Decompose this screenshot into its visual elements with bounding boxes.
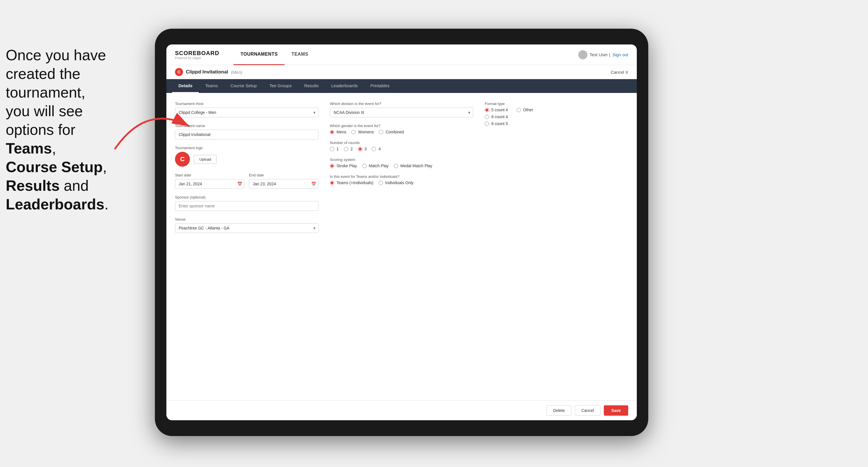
nav-tournaments[interactable]: TOURNAMENTS bbox=[234, 44, 284, 65]
tournament-host-select[interactable]: Clippd College - Men bbox=[175, 107, 318, 117]
rounds-3-radio[interactable] bbox=[358, 147, 362, 151]
format-other-radio[interactable] bbox=[517, 108, 521, 112]
start-date-group: Start date bbox=[175, 173, 244, 189]
sign-out-link[interactable]: Sign out bbox=[613, 52, 628, 57]
rounds-group: Number of rounds 1 2 bbox=[330, 141, 473, 151]
tab-bar: Details Teams Course Setup Tee Groups Re… bbox=[166, 79, 637, 93]
logo-subtitle: Powered by clippd bbox=[175, 57, 219, 60]
sponsor-label: Sponsor (optional) bbox=[175, 195, 318, 199]
date-row: Start date End date bbox=[175, 173, 318, 189]
tab-printables[interactable]: Printables bbox=[364, 79, 396, 93]
rounds-2[interactable]: 2 bbox=[344, 147, 353, 151]
gender-label: Which gender is the event for? bbox=[330, 124, 473, 128]
rounds-1-radio[interactable] bbox=[330, 147, 334, 151]
scoring-medal-match[interactable]: Medal Match Play bbox=[394, 163, 432, 168]
teams-radio-group: Teams (+Individuals) Individuals Only bbox=[330, 181, 473, 185]
scoring-stroke-radio[interactable] bbox=[330, 164, 334, 168]
division-group: Which division is the event for? NCAA Di… bbox=[330, 101, 473, 117]
format-5count4-radio[interactable] bbox=[485, 108, 489, 112]
scoring-group: Scoring system Stroke Play Match Play bbox=[330, 157, 473, 168]
tournament-name-input[interactable] bbox=[175, 130, 318, 139]
gender-radio-group: Mens Womens Combined bbox=[330, 130, 473, 134]
gender-mens[interactable]: Mens bbox=[330, 130, 346, 134]
form-col-3: Format type 5 count 4 bbox=[485, 101, 628, 400]
format-6count4-radio[interactable] bbox=[485, 115, 489, 119]
rounds-4-radio[interactable] bbox=[372, 147, 376, 151]
venue-label: Venue bbox=[175, 217, 318, 221]
scoring-match[interactable]: Match Play bbox=[362, 163, 389, 168]
scoring-radio-group: Stroke Play Match Play Medal Match Play bbox=[330, 163, 473, 168]
user-name: Test User | bbox=[590, 52, 610, 57]
division-select[interactable]: NCAA Division III bbox=[330, 107, 473, 117]
tablet-device: SCOREBOARD Powered by clippd TOURNAMENTS… bbox=[155, 29, 648, 436]
individuals-only[interactable]: Individuals Only bbox=[379, 181, 414, 185]
tournament-host-group: Tournament Host Clippd College - Men bbox=[175, 101, 318, 117]
scoring-label: Scoring system bbox=[330, 157, 473, 162]
gender-combined-radio[interactable] bbox=[379, 130, 383, 134]
delete-button[interactable]: Delete bbox=[547, 405, 571, 416]
tournament-logo-group: Tournament logo C Upload bbox=[175, 146, 318, 167]
teams-plus-radio[interactable] bbox=[330, 181, 334, 185]
tournament-host-label: Tournament Host bbox=[175, 101, 318, 106]
footer-bar: Delete Cancel Save bbox=[166, 400, 637, 420]
tab-teams[interactable]: Teams bbox=[199, 79, 224, 93]
teams-plus-individuals[interactable]: Teams (+Individuals) bbox=[330, 181, 373, 185]
sponsor-input[interactable] bbox=[175, 201, 318, 211]
tab-course-setup[interactable]: Course Setup bbox=[224, 79, 263, 93]
form-col-2: Which division is the event for? NCAA Di… bbox=[330, 101, 473, 400]
gender-womens-radio[interactable] bbox=[351, 130, 356, 134]
scoring-stroke[interactable]: Stroke Play bbox=[330, 163, 357, 168]
start-date-label: Start date bbox=[175, 173, 244, 177]
rounds-radio-group: 1 2 3 4 bbox=[330, 147, 473, 151]
instruction-text: Once you have created the tournament, yo… bbox=[0, 46, 132, 214]
user-avatar bbox=[578, 50, 587, 59]
cancel-top-button[interactable]: Cancel X bbox=[611, 70, 628, 74]
rounds-1[interactable]: 1 bbox=[330, 147, 339, 151]
logo-circle: C bbox=[175, 152, 190, 167]
tablet-screen: SCOREBOARD Powered by clippd TOURNAMENTS… bbox=[166, 44, 637, 420]
gender-womens[interactable]: Womens bbox=[351, 130, 374, 134]
format-6count5[interactable]: 6 count 5 bbox=[485, 121, 508, 126]
division-label: Which division is the event for? bbox=[330, 101, 473, 106]
individuals-only-radio[interactable] bbox=[379, 181, 383, 185]
format-other[interactable]: Other bbox=[517, 107, 533, 112]
logo-upload-area: C Upload bbox=[175, 152, 318, 167]
tournament-logo-label: Tournament logo bbox=[175, 146, 318, 150]
gender-combined[interactable]: Combined bbox=[379, 130, 404, 134]
breadcrumb-bar: C Clippd Invitational (Men) Cancel X bbox=[166, 65, 637, 79]
gender-mens-radio[interactable] bbox=[330, 130, 334, 134]
scoring-match-radio[interactable] bbox=[362, 164, 367, 168]
format-label: Format type bbox=[485, 101, 628, 106]
format-5count4[interactable]: 5 count 4 bbox=[485, 107, 508, 112]
tab-details[interactable]: Details bbox=[172, 79, 199, 93]
format-6count4[interactable]: 6 count 4 bbox=[485, 115, 508, 119]
nav-links: TOURNAMENTS TEAMS bbox=[234, 44, 578, 65]
sponsor-group: Sponsor (optional) bbox=[175, 195, 318, 211]
venue-select[interactable]: Peachtree GC - Atlanta - GA bbox=[175, 223, 318, 233]
teams-group: Is this event for Teams and/or Individua… bbox=[330, 175, 473, 185]
rounds-3[interactable]: 3 bbox=[358, 147, 367, 151]
gender-group: Which gender is the event for? Mens Wome… bbox=[330, 124, 473, 134]
save-button[interactable]: Save bbox=[604, 405, 628, 416]
format-6count5-radio[interactable] bbox=[485, 122, 489, 126]
start-date-input[interactable] bbox=[175, 179, 244, 189]
tab-leaderboards[interactable]: Leaderboards bbox=[325, 79, 364, 93]
format-group: Format type 5 count 4 bbox=[485, 101, 628, 126]
rounds-4[interactable]: 4 bbox=[372, 147, 381, 151]
cancel-button[interactable]: Cancel bbox=[575, 405, 601, 416]
tournament-name: Clippd Invitational bbox=[186, 69, 228, 75]
tournament-icon: C bbox=[175, 68, 183, 76]
rounds-2-radio[interactable] bbox=[344, 147, 348, 151]
tournament-name-label: Tournament name bbox=[175, 124, 318, 128]
tournament-name-group: Tournament name bbox=[175, 124, 318, 139]
upload-button[interactable]: Upload bbox=[194, 155, 217, 164]
scoring-medal-radio[interactable] bbox=[394, 164, 398, 168]
nav-teams[interactable]: TEAMS bbox=[284, 44, 315, 65]
tab-results[interactable]: Results bbox=[298, 79, 325, 93]
rounds-label: Number of rounds bbox=[330, 141, 473, 145]
content-area: Tournament Host Clippd College - Men Tou… bbox=[166, 93, 637, 400]
end-date-input[interactable] bbox=[249, 179, 318, 189]
tab-tee-groups[interactable]: Tee Groups bbox=[263, 79, 298, 93]
format-radio-group: 5 count 4 6 count 4 6 count 5 bbox=[485, 107, 628, 126]
end-date-group: End date bbox=[249, 173, 318, 189]
